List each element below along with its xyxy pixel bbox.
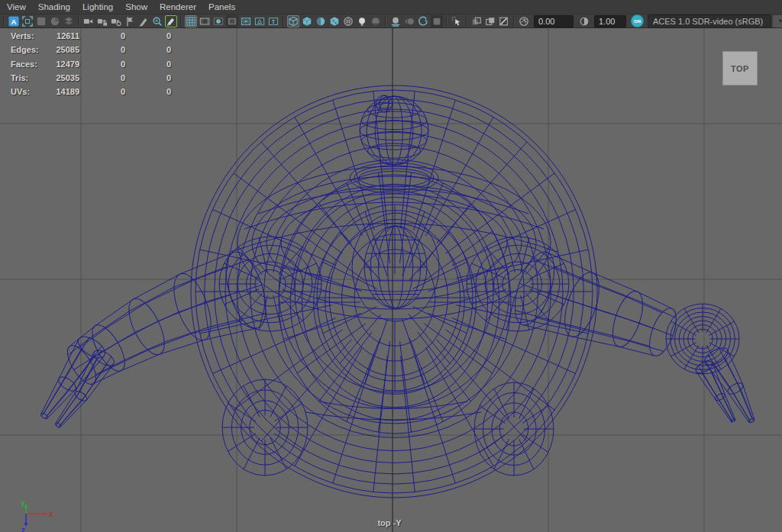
select-tool-icon[interactable]: A: [8, 15, 20, 27]
axis-x-label: x: [49, 510, 53, 518]
xray-joints-icon[interactable]: [484, 15, 496, 27]
svg-text:A: A: [11, 17, 17, 25]
shadows-icon[interactable]: [370, 15, 382, 27]
toolbar-divider: [3, 16, 5, 26]
isolate-select-icon[interactable]: [451, 15, 463, 27]
hud-col3: 0: [125, 60, 171, 69]
film-gate-icon[interactable]: [199, 15, 211, 27]
chevron-down-icon[interactable]: ▼: [773, 15, 782, 27]
lights-icon[interactable]: [356, 15, 368, 27]
hud-col2: 0: [79, 31, 125, 40]
viewport-canvas[interactable]: Verts:1261100Edges:2508500Faces:1247900T…: [0, 28, 782, 532]
anti-aliasing-icon[interactable]: [417, 15, 429, 27]
hud-col2: 0: [79, 60, 125, 69]
camera-label-plate: TOP: [722, 51, 758, 85]
toolbar-divider: [180, 16, 182, 26]
axis-y-arrow: [24, 504, 28, 508]
colorspace-dropdown[interactable]: ACES 1.0 SDR-video (sRGB)▼: [648, 15, 782, 27]
xray-active-icon[interactable]: [498, 15, 510, 27]
pan-zoom-icon[interactable]: [151, 15, 163, 27]
wireframe-on-shaded-icon[interactable]: [342, 15, 354, 27]
hud-total: 12479: [53, 60, 79, 69]
hud-total: 12611: [53, 31, 79, 40]
menu-shading[interactable]: Shading: [32, 0, 76, 14]
panel-menu-bar: ViewShadingLightingShowRendererPanels: [0, 0, 782, 15]
paint-select-icon[interactable]: [49, 15, 61, 27]
contrast-field[interactable]: 1.00: [594, 15, 626, 27]
lasso-select-icon[interactable]: [35, 15, 47, 27]
safe-title-icon[interactable]: T: [267, 15, 280, 27]
camera-lock-icon[interactable]: [96, 15, 108, 27]
hud-row-verts: Verts:1261100: [0, 29, 171, 43]
image-plane-icon[interactable]: [137, 15, 150, 27]
bookmark-icon[interactable]: [124, 15, 136, 27]
hud-label: Verts:: [0, 31, 53, 40]
wireframe-model: [0, 28, 782, 532]
menu-view[interactable]: View: [0, 0, 32, 14]
smooth-shade-icon[interactable]: [301, 15, 313, 27]
textured-icon[interactable]: [328, 15, 341, 27]
hud-total: 25085: [53, 45, 79, 54]
depth-of-field-icon[interactable]: [431, 15, 443, 27]
hud-total: 25035: [53, 73, 79, 82]
axis-z-label: z: [21, 526, 25, 532]
hud-row-edges: Edges:2508500: [0, 43, 171, 56]
axis-x-arrow: [44, 512, 47, 516]
hud-total: 14189: [53, 87, 79, 96]
toolbar-divider: [78, 16, 79, 26]
default-material-icon[interactable]: [315, 15, 327, 27]
gate-mask-icon[interactable]: [226, 15, 238, 27]
component-select-icon[interactable]: [63, 15, 75, 27]
xray-icon[interactable]: [470, 15, 483, 27]
panel-toolbar: AT0.001.00ONACES 1.0 SDR-video (sRGB)▼: [0, 15, 782, 28]
maya-viewport-panel: ViewShadingLightingShowRendererPanels AT…: [0, 0, 782, 532]
hud-col3: 0: [125, 73, 171, 82]
svg-text:T: T: [272, 18, 276, 24]
ambient-occlusion-icon[interactable]: [389, 15, 402, 27]
hud-row-faces: Faces:1247900: [0, 57, 171, 71]
hud-row-tris: Tris:2503500: [0, 71, 171, 85]
toolbar-divider: [446, 16, 448, 26]
marquee-select-icon[interactable]: [21, 15, 34, 27]
axis-gizmo: x y z: [0, 485, 61, 532]
menu-show[interactable]: Show: [119, 0, 153, 14]
grid-icon[interactable]: [185, 15, 197, 27]
hud-col2: 0: [79, 73, 125, 82]
color-management-toggle[interactable]: ON: [631, 15, 644, 27]
hud-col2: 0: [79, 87, 125, 96]
motion-blur-icon[interactable]: [403, 15, 415, 27]
field-chart-icon[interactable]: [240, 15, 252, 27]
camera-icon[interactable]: [82, 15, 95, 27]
hud-label: Tris:: [0, 73, 53, 82]
exposure-field[interactable]: 0.00: [534, 15, 574, 27]
viewport-grid: [0, 28, 782, 532]
wireframe-icon[interactable]: [287, 15, 299, 27]
hud-row-uvs: UVs:1418900: [0, 85, 171, 98]
hud-label: Edges:: [0, 45, 53, 54]
toolbar-divider: [466, 16, 467, 26]
resolution-gate-icon[interactable]: [212, 15, 225, 27]
view-axis-label: top -Y: [355, 518, 424, 527]
colorspace-value: ACES 1.0 SDR-video (sRGB): [648, 15, 771, 28]
menu-panels[interactable]: Panels: [202, 0, 241, 14]
grease-pencil-icon[interactable]: [165, 15, 177, 27]
toolbar-divider: [513, 16, 515, 26]
contrast-icon[interactable]: [578, 15, 590, 27]
hud-col2: 0: [79, 45, 125, 54]
camera-attributes-icon[interactable]: [110, 15, 122, 27]
hud-label: Faces:: [0, 60, 53, 69]
safe-action-icon[interactable]: [254, 15, 266, 27]
axis-y-label: y: [21, 498, 25, 507]
hud-col3: 0: [125, 45, 171, 54]
camera-label: TOP: [731, 64, 749, 73]
menu-renderer[interactable]: Renderer: [153, 0, 202, 14]
menu-lighting[interactable]: Lighting: [76, 0, 119, 14]
axis-z-arrow: [24, 523, 28, 527]
toolbar-divider: [385, 16, 386, 26]
hud-label: UVs:: [0, 87, 53, 96]
hud-col3: 0: [125, 87, 171, 96]
exposure-icon[interactable]: [518, 15, 530, 27]
poly-count-hud: Verts:1261100Edges:2508500Faces:1247900T…: [0, 29, 171, 98]
toolbar-divider: [283, 16, 284, 26]
hud-col3: 0: [125, 31, 171, 40]
